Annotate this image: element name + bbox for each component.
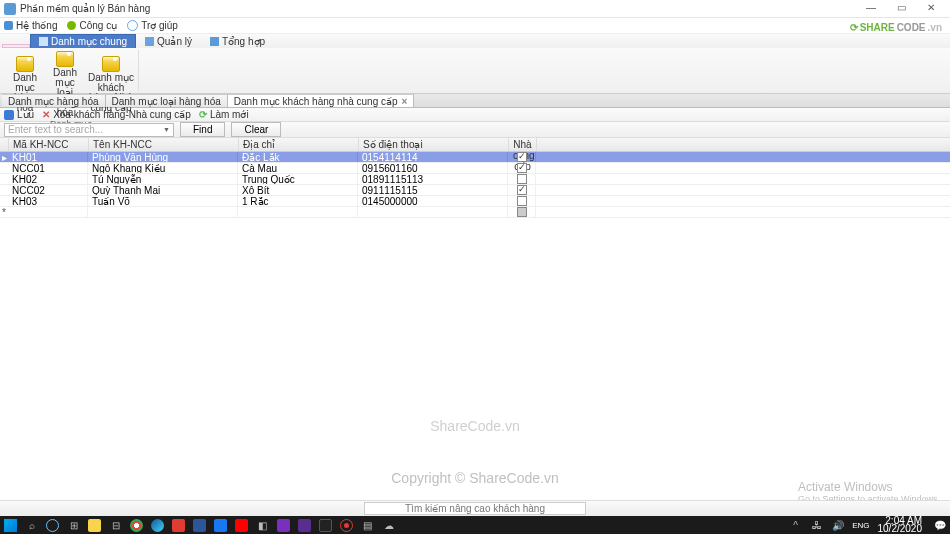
app-icon-5[interactable]: ▤ bbox=[361, 519, 374, 532]
col-ma[interactable]: Mã KH-NCC bbox=[9, 138, 89, 151]
table-row[interactable]: NCC02Quỳ Thanh MaiXô Bít0911115115 bbox=[0, 185, 950, 196]
col-ncc[interactable]: Nhà cung cấp bbox=[509, 138, 537, 151]
record-icon[interactable] bbox=[340, 519, 353, 532]
save-button[interactable]: Lưu bbox=[4, 109, 34, 120]
menu-trogiup[interactable]: Trợ giúp bbox=[127, 20, 178, 31]
status-bar: Tìm kiếm nâng cao khách hàng bbox=[0, 500, 950, 516]
status-text: Tìm kiếm nâng cao khách hàng bbox=[364, 502, 586, 515]
grid-body: ▸KH01Phùng Văn HùngĐắc Lắk0154114114NCC0… bbox=[0, 152, 950, 207]
watermark-logo: ⟳SHARECODE.vn bbox=[850, 22, 942, 33]
find-button[interactable]: Find bbox=[180, 122, 225, 137]
checkbox-icon[interactable] bbox=[517, 196, 527, 206]
language-indicator[interactable]: ENG bbox=[852, 521, 869, 530]
grid-icon bbox=[39, 37, 48, 46]
table-row[interactable]: NCC01Ngô Khang KiềuCà Mau0915601160 bbox=[0, 163, 950, 174]
taskview-icon[interactable]: ⊞ bbox=[67, 519, 80, 532]
doc-tab-loaihanghoa[interactable]: Danh mục loại hàng hóa bbox=[106, 94, 228, 107]
search-bar: Enter text to search...▼ Find Clear bbox=[0, 122, 950, 138]
table-row[interactable]: KH03Tuấn Võ1 Rắc0145000000 bbox=[0, 196, 950, 207]
ribbon-tab-strip: Danh mục chung Quản lý Tổng hợp bbox=[0, 34, 950, 48]
new-row[interactable]: * bbox=[0, 207, 950, 218]
ribbon-tab-danhmucchung[interactable]: Danh mục chung bbox=[30, 34, 136, 48]
tray-up-icon[interactable]: ^ bbox=[789, 519, 802, 532]
word-icon[interactable] bbox=[193, 519, 206, 532]
clear-button[interactable]: Clear bbox=[231, 122, 281, 137]
notification-icon[interactable]: 💬 bbox=[933, 519, 946, 532]
col-sdt[interactable]: Số điện thoại bbox=[359, 138, 509, 151]
window-title: Phần mềm quản lý Bán hàng bbox=[20, 3, 856, 14]
checkbox-icon[interactable] bbox=[517, 163, 527, 173]
app-icon-3[interactable] bbox=[277, 519, 290, 532]
edge-icon[interactable] bbox=[151, 519, 164, 532]
taskbar: ⌕ ⊞ ⊟ ◧ ▤ ☁ ^ 🖧 🔊 ENG 2:04 AM 10/2/2020 … bbox=[0, 516, 950, 534]
start-button[interactable] bbox=[4, 519, 17, 532]
delete-button[interactable]: Xóa khách hàng-Nhà cung cấp bbox=[42, 109, 191, 120]
checkbox-icon[interactable] bbox=[517, 152, 527, 162]
ribbon-tab-blank[interactable] bbox=[2, 44, 30, 48]
app-icon bbox=[4, 3, 16, 15]
close-button[interactable]: ✕ bbox=[916, 1, 946, 17]
maximize-button[interactable]: ▭ bbox=[886, 1, 916, 17]
app-icon-6[interactable]: ☁ bbox=[382, 519, 395, 532]
checkbox-icon[interactable] bbox=[517, 174, 527, 184]
title-bar: Phần mềm quản lý Bán hàng — ▭ ✕ bbox=[0, 0, 950, 18]
table-row[interactable]: KH02Tú NguyễnTrung Quốc01891115113 bbox=[0, 174, 950, 185]
chrome-icon[interactable] bbox=[130, 519, 143, 532]
watermark-center: ShareCode.vn bbox=[0, 418, 950, 434]
col-diachi[interactable]: Địa chỉ bbox=[239, 138, 359, 151]
close-tab-icon[interactable]: × bbox=[402, 96, 408, 107]
search-input[interactable]: Enter text to search...▼ bbox=[4, 123, 174, 137]
ribbon-tab-tonghop[interactable]: Tổng hợp bbox=[201, 34, 274, 48]
explorer-icon[interactable] bbox=[88, 519, 101, 532]
cortana-icon[interactable] bbox=[46, 519, 59, 532]
doc-tab-khachhang[interactable]: Danh mục khách hàng nhà cung cấp× bbox=[228, 94, 415, 107]
app-icon-1[interactable] bbox=[172, 519, 185, 532]
grid-header: Mã KH-NCC Tên KH-NCC Địa chỉ Số điện tho… bbox=[0, 138, 950, 152]
ribbon: Danh mục hàng hóa Danh mục loại hàng hóa… bbox=[0, 48, 950, 94]
folder-icon bbox=[102, 56, 120, 72]
refresh-button[interactable]: Làm mới bbox=[199, 109, 249, 120]
clock[interactable]: 2:04 AM 10/2/2020 bbox=[878, 517, 926, 533]
network-icon[interactable]: 🖧 bbox=[810, 519, 823, 532]
volume-icon[interactable]: 🔊 bbox=[831, 519, 844, 532]
document-tabs: Danh mục hàng hóa Danh mục loại hàng hóa… bbox=[0, 94, 950, 108]
folder-icon bbox=[56, 51, 74, 67]
checkbox-icon[interactable] bbox=[517, 185, 527, 195]
search-icon[interactable]: ⌕ bbox=[25, 519, 38, 532]
app-icon-2[interactable]: ◧ bbox=[256, 519, 269, 532]
table-row[interactable]: ▸KH01Phùng Văn HùngĐắc Lắk0154114114 bbox=[0, 152, 950, 163]
youtube-icon[interactable] bbox=[235, 519, 248, 532]
app-icon-4[interactable] bbox=[319, 519, 332, 532]
menu-congcu[interactable]: Công cụ bbox=[67, 20, 117, 31]
menu-bar: Hệ thống Công cụ Trợ giúp bbox=[0, 18, 950, 34]
ribbon-tab-quanly[interactable]: Quản lý bbox=[136, 34, 201, 48]
minimize-button[interactable]: — bbox=[856, 1, 886, 17]
ribbon-group-danhmuc: Danh mục hàng hóa Danh mục loại hàng hóa… bbox=[4, 50, 139, 91]
menu-hethong[interactable]: Hệ thống bbox=[4, 20, 57, 31]
action-toolbar: Lưu Xóa khách hàng-Nhà cung cấp Làm mới bbox=[0, 108, 950, 122]
visualstudio-icon[interactable] bbox=[298, 519, 311, 532]
store-icon[interactable]: ⊟ bbox=[109, 519, 122, 532]
doc-tab-hanghoa[interactable]: Danh mục hàng hóa bbox=[2, 94, 106, 107]
col-ten[interactable]: Tên KH-NCC bbox=[89, 138, 239, 151]
dropdown-icon[interactable]: ▼ bbox=[163, 126, 170, 133]
facebook-icon[interactable] bbox=[214, 519, 227, 532]
checkbox-icon[interactable] bbox=[517, 207, 527, 217]
folder-icon bbox=[16, 56, 34, 72]
